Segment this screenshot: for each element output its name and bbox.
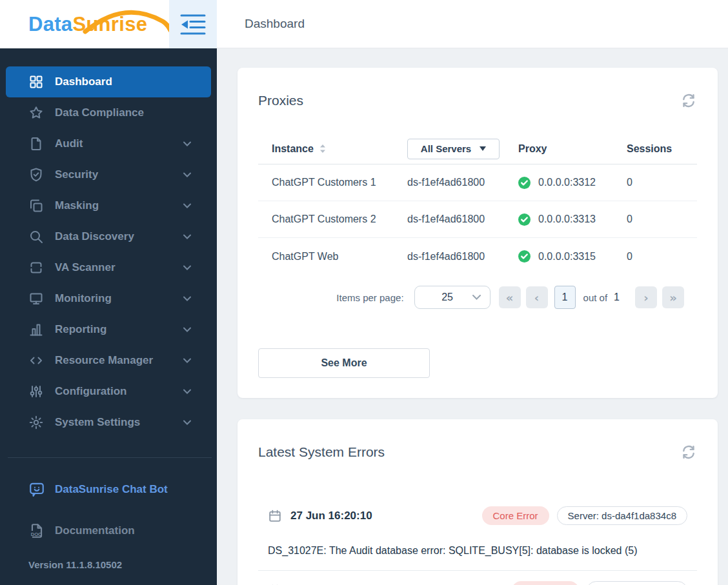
column-header-sessions: Sessions <box>627 143 672 154</box>
sidebar-item-label: Audit <box>55 137 83 150</box>
chevron-down-icon <box>183 203 191 208</box>
table-row[interactable]: ChatGPT Customers 1 ds-f1ef4ad61800 0.0.… <box>258 164 697 201</box>
last-page-button[interactable]: » <box>662 286 684 308</box>
sidebar-item-va-scanner[interactable]: VA Scanner <box>0 252 217 283</box>
proxy-address: 0.0.0.0:3313 <box>538 213 596 225</box>
server-id: ds-f1ef4ad61800 <box>407 213 485 224</box>
sidebar-item-documentation[interactable]: DOC Documentation <box>0 515 217 546</box>
chevron-down-icon <box>472 295 481 300</box>
datasunrise-logo[interactable]: DataSunrise <box>28 13 147 36</box>
sidebar-item-label: Security <box>55 168 98 181</box>
next-page-button[interactable]: › <box>635 286 657 308</box>
sidebar-item-masking[interactable]: Masking <box>0 190 217 221</box>
chevron-down-icon <box>183 389 191 394</box>
chevron-down-icon <box>183 420 191 425</box>
errors-card-title: Latest System Errors <box>258 444 385 461</box>
sidebar-item-label: Resource Manager <box>55 354 153 367</box>
system-errors-card: Latest System Errors 27 Jun 16:20:10 Cor… <box>238 419 718 585</box>
sessions-count: 0 <box>627 213 632 224</box>
top-header: Dashboard <box>217 0 728 48</box>
chevron-down-icon <box>183 234 191 239</box>
sort-icon[interactable] <box>319 144 326 154</box>
table-row[interactable]: ChatGPT Customers 2 ds-f1ef4ad61800 0.0.… <box>258 201 697 238</box>
instance-name: ChatGPT Web <box>272 251 338 263</box>
chat-bot-icon <box>28 481 45 498</box>
column-header-proxy: Proxy <box>518 143 547 155</box>
sidebar-collapse-button[interactable] <box>169 0 217 48</box>
star-icon <box>28 105 44 121</box>
out-of-label: out of <box>583 292 608 303</box>
sidebar-header: DataSunrise <box>0 0 217 48</box>
column-header-instance: Instance <box>272 143 314 155</box>
copy-icon <box>28 198 44 213</box>
sidebar-item-label: Reporting <box>55 323 106 336</box>
sidebar-item-security[interactable]: Security <box>0 159 217 190</box>
error-entry: 27 Jun 16:20:10 Core Error Server: ds-da… <box>268 506 687 557</box>
sidebar-item-label: Data Discovery <box>55 230 134 243</box>
error-timestamp: 27 Jun 16:20:10 <box>290 510 372 522</box>
chevron-down-icon <box>183 265 191 270</box>
see-more-button[interactable]: See More <box>258 348 430 378</box>
table-header-row: Instance All Servers Proxy Sessions <box>258 134 697 164</box>
sidebar-item-data-discovery[interactable]: Data Discovery <box>0 221 217 252</box>
server-id: ds-f1ef4ad61800 <box>407 251 485 262</box>
sidebar-item-reporting[interactable]: Reporting <box>0 314 217 345</box>
sidebar-item-resource-manager[interactable]: Resource Manager <box>0 345 217 376</box>
sidebar-item-configuration[interactable]: Configuration <box>0 376 217 407</box>
caret-down-icon <box>480 146 486 151</box>
refresh-icon[interactable] <box>680 92 697 109</box>
status-ok-icon <box>518 213 531 226</box>
items-per-page-select[interactable]: 25 <box>414 286 490 309</box>
total-pages: 1 <box>614 292 620 303</box>
documentation-label: Documentation <box>55 524 135 537</box>
table-row[interactable]: ChatGPT Web ds-f1ef4ad61800 0.0.0.0:3315… <box>258 238 697 275</box>
gear-icon <box>28 415 44 430</box>
page-input[interactable]: 1 <box>554 286 576 309</box>
sidebar-item-monitoring[interactable]: Monitoring <box>0 283 217 314</box>
sidebar-item-dashboard[interactable]: Dashboard <box>6 66 211 97</box>
server-filter-dropdown[interactable]: All Servers <box>407 139 500 159</box>
sidebar-divider <box>8 457 212 458</box>
instance-name: ChatGPT Customers 2 <box>272 213 376 225</box>
sidebar-item-chat-bot[interactable]: DataSunrise Chat Bot <box>0 474 217 505</box>
prev-page-button[interactable]: ‹ <box>526 286 548 308</box>
pagination: Items per page: 25 « ‹ 1 out of 1 › » <box>238 286 684 309</box>
chevron-down-icon <box>183 327 191 332</box>
items-per-page-label: Items per page: <box>336 292 403 303</box>
status-ok-icon <box>518 250 531 263</box>
entry-divider <box>258 570 697 571</box>
error-entry-partial: Core Error <box>268 581 687 585</box>
code-icon <box>28 353 44 368</box>
refresh-icon[interactable] <box>680 444 697 461</box>
sessions-count: 0 <box>627 177 632 188</box>
bar-chart-icon <box>28 322 44 337</box>
sidebar-item-label: Masking <box>55 199 99 212</box>
sidebar-item-label: Monitoring <box>55 292 112 305</box>
chevron-down-icon <box>183 172 191 177</box>
server-id: ds-f1ef4ad61800 <box>407 177 485 188</box>
proxies-card-title: Proxies <box>258 92 303 109</box>
server-badge[interactable]: Server: ds-da4f1da834c8 <box>557 506 687 525</box>
instance-name: ChatGPT Customers 1 <box>272 177 376 188</box>
sidebar-item-data-compliance[interactable]: Data Compliance <box>0 97 217 128</box>
shield-check-icon <box>28 167 44 183</box>
sidebar-item-audit[interactable]: Audit <box>0 128 217 159</box>
sidebar-item-label: System Settings <box>55 416 140 429</box>
sliders-icon <box>28 384 44 399</box>
sidebar-item-label: Dashboard <box>55 75 112 88</box>
first-page-button[interactable]: « <box>499 286 521 308</box>
scan-icon <box>28 260 44 275</box>
chat-bot-label: DataSunrise Chat Bot <box>55 483 168 496</box>
sessions-count: 0 <box>627 251 632 262</box>
sidebar-item-system-settings[interactable]: System Settings <box>0 407 217 438</box>
logo-text-data: Data <box>28 13 72 35</box>
error-message: DS_31027E: The Audit database error: SQL… <box>268 544 687 557</box>
sidebar-item-label: Data Compliance <box>55 106 144 119</box>
items-per-page-value: 25 <box>415 292 472 303</box>
grid-icon <box>28 74 44 90</box>
server-badge[interactable] <box>587 581 687 585</box>
search-icon <box>28 229 44 244</box>
sidebar-menu: Dashboard Data Compliance Audit Security <box>0 48 217 438</box>
error-type-badge: Core Error <box>482 506 549 525</box>
sidebar-item-label: VA Scanner <box>55 261 116 274</box>
